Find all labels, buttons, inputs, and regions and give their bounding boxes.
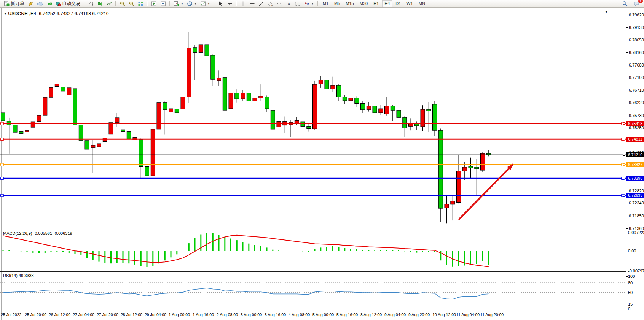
- tile-windows-icon: [138, 1, 143, 6]
- channel-icon: E: [268, 1, 273, 6]
- line-handle[interactable]: [1, 122, 3, 125]
- tile-windows-button[interactable]: [136, 0, 145, 8]
- time-label[interactable]: 28 Jul 12:00: [121, 312, 142, 317]
- timeframe-button-m15[interactable]: M15: [343, 0, 356, 7]
- text-button[interactable]: A: [284, 0, 293, 8]
- macd-histogram-bar: [398, 250, 399, 251]
- time-label[interactable]: 27 Jul 20:00: [97, 312, 118, 317]
- profile-prev-button[interactable]: [159, 0, 167, 8]
- main-chart-pane[interactable]: [0, 11, 626, 229]
- indicators-button[interactable]: ▼: [172, 0, 185, 8]
- profile-next-button[interactable]: [150, 0, 158, 8]
- timeframe-button-m1[interactable]: M1: [320, 0, 331, 7]
- time-label[interactable]: 11 Aug 20:00: [480, 312, 504, 317]
- timeframe-button-h1[interactable]: H1: [371, 0, 381, 7]
- time-label[interactable]: 26 Jul 12:00: [49, 312, 70, 317]
- time-label[interactable]: 3 Aug 00:00: [241, 312, 262, 317]
- period-button[interactable]: ▼: [185, 0, 198, 8]
- candle-body: [13, 125, 17, 132]
- toolbar-separator: [236, 1, 237, 6]
- time-label[interactable]: 29 Jul 04:00: [145, 312, 166, 317]
- trend-arrow-line[interactable]: [459, 164, 513, 220]
- time-label[interactable]: 5 Aug 00:00: [312, 312, 334, 317]
- candle-body: [73, 89, 77, 125]
- autotrade-icon: [55, 1, 61, 6]
- pane-separator[interactable]: [0, 272, 626, 272]
- chevron-down-icon: ▼: [311, 2, 314, 5]
- publish-button[interactable]: [35, 0, 44, 8]
- crosshair-button[interactable]: [225, 0, 234, 8]
- trendline-button[interactable]: [257, 0, 266, 8]
- candle-body: [469, 166, 473, 168]
- rsi-tick-label: 50: [628, 290, 633, 295]
- line-handle[interactable]: [1, 163, 3, 166]
- timeframe-button-d1[interactable]: D1: [393, 0, 403, 7]
- timeframe-button-w1[interactable]: W1: [404, 0, 416, 7]
- macd-histogram-bar: [278, 250, 279, 251]
- time-label[interactable]: 9 Aug 20:00: [408, 312, 430, 317]
- notifications-button[interactable]: 1: [632, 0, 641, 8]
- timeframe-button-m30[interactable]: M30: [357, 0, 370, 7]
- time-label[interactable]: 10 Aug 12:00: [432, 312, 456, 317]
- candle-body: [25, 130, 29, 132]
- price-tick-label: 6.76710: [629, 88, 644, 92]
- price-tick: [626, 228, 628, 229]
- time-label[interactable]: 5 Aug 16:00: [336, 312, 358, 317]
- time-label[interactable]: 27 Jul 04:00: [73, 312, 94, 317]
- price-tick: [626, 90, 628, 90]
- fibonacci-button[interactable]: F: [275, 0, 284, 8]
- line-handle[interactable]: [1, 194, 3, 197]
- time-label[interactable]: 1 Aug 00:00: [169, 312, 190, 317]
- time-label[interactable]: 11 Aug 04:00: [456, 312, 480, 317]
- bar-chart-button[interactable]: [86, 0, 95, 8]
- pane-separator[interactable]: [0, 230, 626, 230]
- new-order-button[interactable]: 新订单: [2, 0, 26, 8]
- signals-button[interactable]: [45, 0, 53, 8]
- timeframe-button-m5[interactable]: M5: [332, 0, 343, 7]
- pane-separator[interactable]: [0, 229, 626, 229]
- pane-separator[interactable]: [0, 271, 626, 272]
- autotrade-button[interactable]: 自动交易: [54, 0, 82, 8]
- time-label[interactable]: 3 Aug 16:00: [265, 312, 286, 317]
- time-label[interactable]: 4 Aug 08:00: [289, 312, 310, 317]
- time-label[interactable]: 2 Aug 08:00: [217, 312, 238, 317]
- timeframe-button-mn[interactable]: MN: [416, 0, 428, 7]
- channel-button[interactable]: E: [266, 0, 275, 8]
- macd-pane[interactable]: [0, 230, 626, 271]
- search-button[interactable]: [620, 0, 629, 8]
- time-label[interactable]: 25 Jul 2022: [1, 312, 21, 317]
- time-label[interactable]: 25 Jul 20:00: [25, 312, 46, 317]
- vline-button[interactable]: [239, 0, 247, 8]
- macd-histogram-bar: [284, 251, 285, 251]
- hline-button[interactable]: [248, 0, 257, 8]
- badge-marker: [623, 195, 625, 197]
- candle-body: [349, 98, 353, 101]
- macd-histogram-bar: [188, 243, 190, 251]
- zoom-out-button[interactable]: [127, 0, 136, 8]
- svg-text:E: E: [271, 4, 273, 6]
- line-handle[interactable]: [1, 138, 3, 141]
- chisel-button[interactable]: [26, 0, 35, 8]
- zoom-in-button[interactable]: [118, 0, 127, 8]
- time-label[interactable]: 1 Aug 16:00: [193, 312, 214, 317]
- rsi-pane[interactable]: [0, 272, 626, 311]
- label-button[interactable]: T: [293, 0, 302, 8]
- candle-body: [31, 122, 35, 127]
- line-handle[interactable]: [1, 177, 3, 180]
- candle-body: [295, 120, 299, 123]
- time-label[interactable]: 9 Aug 04:00: [384, 312, 406, 317]
- rsi-line: [3, 288, 489, 299]
- cursor-button[interactable]: [216, 0, 225, 8]
- macd-histogram-bar: [236, 240, 238, 251]
- macd-histogram-bar: [147, 251, 148, 267]
- candle-chart-button[interactable]: [96, 0, 104, 8]
- template-button[interactable]: ▼: [199, 0, 212, 8]
- macd-histogram-bar: [164, 251, 166, 260]
- time-label[interactable]: 8 Aug 12:00: [360, 312, 382, 317]
- price-badge: 6.72633: [626, 193, 644, 198]
- shapes-button[interactable]: ▼: [303, 0, 316, 8]
- timeframe-button-h4[interactable]: H4: [382, 0, 392, 7]
- line-chart-button[interactable]: [105, 0, 113, 8]
- macd-histogram-bar: [326, 247, 327, 251]
- price-badge: 6.74210: [626, 152, 644, 157]
